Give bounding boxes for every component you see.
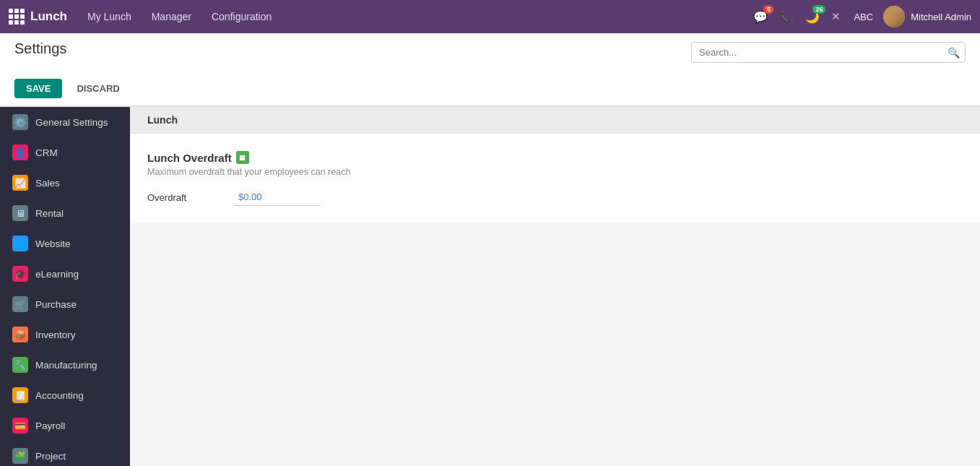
chat-badge: 5	[763, 5, 773, 14]
sidebar-item-rental[interactable]: 🖥 Rental	[0, 198, 130, 228]
save-button[interactable]: SAVE	[14, 79, 62, 98]
sidebar-label-project: Project	[35, 451, 66, 462]
navbar-right: 💬 5 📞 🌙 26 ✕ ABC Mitchell Admin	[750, 6, 971, 27]
project-icon: 🧩	[12, 448, 28, 464]
spreadsheet-icon: ▦	[236, 151, 249, 164]
sidebar-label-inventory: Inventory	[35, 329, 76, 340]
sidebar-label-manufacturing: Manufacturing	[35, 360, 97, 371]
sidebar-label-elearning: eLearning	[35, 269, 79, 280]
sidebar-item-crm[interactable]: 👤 CRM	[0, 137, 130, 168]
sidebar-item-inventory[interactable]: 📦 Inventory	[0, 319, 130, 350]
toolbar: SAVE DISCARD	[0, 72, 980, 106]
inventory-icon: 📦	[12, 327, 28, 342]
payroll-icon: 💳	[12, 418, 28, 433]
sidebar-item-purchase[interactable]: 🛒 Purchase	[0, 289, 130, 319]
avatar[interactable]	[883, 6, 905, 27]
nav-configuration[interactable]: Configuration	[203, 7, 280, 27]
website-icon: 🌐	[12, 236, 28, 251]
sidebar-item-website[interactable]: 🌐 Website	[0, 228, 130, 259]
section-header: Lunch	[130, 107, 980, 134]
sales-icon: 📈	[12, 175, 28, 191]
page-title: Settings	[14, 40, 66, 57]
chat-notification-btn[interactable]: 💬 5	[750, 7, 771, 27]
sidebar-label-website: Website	[35, 238, 71, 249]
overdraft-setting-row: Overdraft	[147, 189, 963, 206]
purchase-icon: 🛒	[12, 296, 28, 312]
phone-btn[interactable]: 📞	[776, 7, 797, 27]
overdraft-input[interactable]	[234, 189, 321, 206]
overdraft-description: Maximum overdraft that your employees ca…	[147, 167, 963, 177]
rental-icon: 🖥	[12, 205, 28, 221]
accounting-icon: 🧾	[12, 387, 28, 403]
close-icon: ✕	[831, 10, 841, 23]
page-header-inner: Settings 🔍	[0, 33, 980, 72]
clock-btn[interactable]: 🌙 26	[802, 7, 823, 27]
sidebar-label-crm: CRM	[35, 147, 58, 158]
clock-badge: 26	[812, 5, 825, 14]
content-wrapper: ⚙️ General Settings 👤 CRM 📈 Sales 🖥 Rent…	[0, 107, 980, 466]
sidebar-label-rental: Rental	[35, 208, 64, 219]
sidebar-label-sales: Sales	[35, 178, 60, 189]
user-name[interactable]: Mitchell Admin	[911, 12, 971, 22]
crm-icon: 👤	[12, 144, 28, 160]
sidebar-label-general-settings: General Settings	[35, 117, 108, 128]
nav-my-lunch[interactable]: My Lunch	[79, 7, 140, 27]
discard-button[interactable]: DISCARD	[68, 79, 128, 98]
section-body: Lunch Overdraft ▦ Maximum overdraft that…	[130, 134, 980, 223]
navbar: Lunch My Lunch Manager Configuration 💬 5…	[0, 0, 980, 33]
avatar-image	[883, 6, 905, 27]
search-icon: 🔍	[948, 47, 960, 59]
abc-btn[interactable]: ABC	[849, 9, 877, 25]
overdraft-title-text: Lunch Overdraft	[147, 152, 232, 164]
sidebar-label-payroll: Payroll	[35, 420, 65, 431]
sidebar-label-purchase: Purchase	[35, 299, 77, 310]
close-btn[interactable]: ✕	[828, 7, 844, 26]
manufacturing-icon: 🔧	[12, 357, 28, 373]
search-container: 🔍	[691, 42, 966, 63]
app-title: Lunch	[30, 9, 67, 24]
main-content: Lunch Lunch Overdraft ▦ Maximum overdraf…	[130, 107, 980, 466]
sidebar-item-general-settings[interactable]: ⚙️ General Settings	[0, 107, 130, 137]
sidebar-item-elearning[interactable]: 🎓 eLearning	[0, 259, 130, 289]
sidebar: ⚙️ General Settings 👤 CRM 📈 Sales 🖥 Rent…	[0, 107, 130, 466]
main-nav: My Lunch Manager Configuration	[79, 7, 750, 27]
sidebar-item-project[interactable]: 🧩 Project	[0, 441, 130, 466]
gear-icon: ⚙️	[12, 114, 28, 130]
sidebar-item-payroll[interactable]: 💳 Payroll	[0, 410, 130, 441]
overdraft-label: Overdraft	[147, 192, 220, 203]
search-input[interactable]	[691, 42, 966, 63]
sidebar-item-accounting[interactable]: 🧾 Accounting	[0, 380, 130, 410]
elearning-icon: 🎓	[12, 266, 28, 282]
navbar-brand[interactable]: Lunch	[9, 9, 67, 25]
sidebar-label-accounting: Accounting	[35, 390, 84, 401]
setting-group-title: Lunch Overdraft ▦	[147, 151, 963, 164]
apps-grid-icon[interactable]	[9, 9, 25, 25]
sidebar-item-manufacturing[interactable]: 🔧 Manufacturing	[0, 350, 130, 380]
sidebar-item-sales[interactable]: 📈 Sales	[0, 168, 130, 198]
phone-icon: 📞	[779, 10, 794, 24]
nav-manager[interactable]: Manager	[143, 7, 200, 27]
page-header-area: Settings 🔍 SAVE DISCARD	[0, 33, 980, 107]
